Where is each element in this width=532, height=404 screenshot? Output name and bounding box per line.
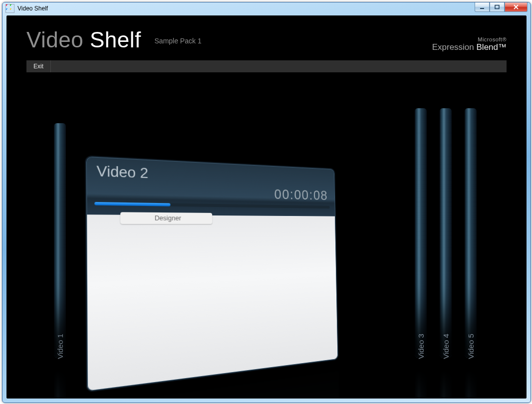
video-spine-3[interactable]: Video 3 [415,108,427,358]
app-name: Video Shelf Sample Pack 1 [26,27,202,52]
video-spine-1[interactable]: Video 1 [54,123,66,358]
open-video-timecode: 00:00:08 [274,186,328,203]
app-subtitle: Sample Pack 1 [155,37,202,45]
video-spine-4[interactable]: Video 4 [440,108,452,358]
app-name-first: Video [26,27,83,52]
minimize-button[interactable] [475,2,490,12]
titlebar[interactable]: Video Shelf [2,2,531,14]
svg-rect-0 [480,8,484,9]
brand-logo-line2a: Expression [432,42,474,52]
video-thumbnail-chip: Designer [120,212,212,224]
svg-rect-1 [495,5,499,9]
brand-logo: Microsoft® Expression Blend™ [432,36,507,52]
client-area: Video Shelf Sample Pack 1 Microsoft® Exp… [6,15,527,399]
app-name-second: Shelf [90,27,141,52]
brand-logo-line1: Microsoft® [432,36,507,42]
app-icon [5,4,14,13]
video-progress-fill [94,202,170,206]
open-video-title: Video 2 [96,163,148,182]
exit-menu-item[interactable]: Exit [26,60,51,72]
open-video-card[interactable]: Video 2 00:00:08 Designer [85,155,338,393]
video-progress[interactable] [94,202,329,208]
app-window: Video Shelf Video Shelf Sample Pack 1 [2,2,531,403]
menubar: Exit [26,60,507,72]
window-title: Video Shelf [17,5,48,12]
brand-logo-line2b: Blend™ [477,42,507,52]
video-spine-5[interactable]: Video 5 [465,108,477,358]
spine-label: Video 3 [417,334,425,359]
spine-label: Video 1 [56,334,64,359]
video-shelf-stage: Video 1 Video 2 00:00:08 Designer Video … [6,80,527,399]
close-button[interactable] [505,2,528,12]
maximize-button[interactable] [490,2,505,12]
spine-label: Video 5 [467,334,475,359]
app-header: Video Shelf Sample Pack 1 Microsoft® Exp… [26,27,507,52]
spine-label: Video 4 [442,334,450,359]
